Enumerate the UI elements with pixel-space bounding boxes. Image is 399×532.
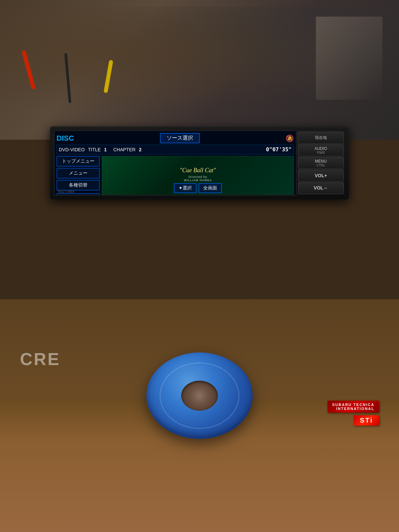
sti-sticker-area: SUBARU TECNICA INTERNATIONAL STi [328, 401, 379, 426]
video-director-name: WILLIAM HANNA [184, 179, 212, 182]
screen-top-bar: DISC ソース選択 🔕 [57, 133, 294, 143]
video-thumbnail: "Cue Ball Cat" Directed by WILLIAM HANNA… [102, 156, 294, 196]
screen-content: DISC ソース選択 🔕 DVD-VIDEO TITLE 1 CHAPTER 2… [55, 131, 296, 195]
ctrl-label: CTRL [317, 164, 325, 167]
screen-area: DISC ソース選択 🔕 DVD-VIDEO TITLE 1 CHAPTER 2… [54, 130, 297, 196]
menu-label: MENU [315, 159, 327, 164]
right-buttons: 現在地 AUDIO PWR MENU CTRL VOL+ VOL－ [297, 130, 345, 196]
vol-down-button[interactable]: VOL－ [298, 182, 344, 194]
video-director-label: Directed by [189, 175, 207, 179]
vol-up-button[interactable]: VOL+ [298, 170, 344, 182]
dvd-title-label: TITLE [88, 147, 101, 152]
tape-roll: TERAOKA [146, 352, 253, 439]
device-container: DISC ソース選択 🔕 DVD-VIDEO TITLE 1 CHAPTER 2… [47, 126, 352, 200]
notification-icon: 🔕 [286, 134, 294, 142]
audio-label: AUDIO [315, 146, 327, 151]
vol-plus-label: VOL+ [315, 173, 327, 178]
video-title: "Cue Ball Cat" [180, 167, 216, 174]
model-number: NSZT-W64 [58, 190, 74, 194]
subaru-line2: INTERNATIONAL [332, 407, 374, 411]
menu-button[interactable]: メニュー [57, 168, 100, 179]
dvd-chapter-label: CHAPTER [113, 147, 136, 152]
workshop-items [316, 17, 382, 100]
select-button[interactable]: ✦選択 [174, 183, 197, 193]
pwr-label: PWR [317, 151, 325, 155]
audio-settings-button[interactable]: ◄ 音設定 [57, 193, 100, 196]
menu-ctrl-button[interactable]: MENU CTRL [298, 157, 344, 169]
disc-label: DISC [57, 134, 74, 143]
fullscreen-button[interactable]: 全画面 [199, 183, 222, 193]
audio-pwr-button[interactable]: AUDIO PWR [298, 144, 344, 156]
switch-button[interactable]: 各種切替 [57, 180, 100, 191]
tape-inner [181, 381, 218, 411]
top-menu-button[interactable]: トップメニュー [57, 156, 100, 167]
source-select-button[interactable]: ソース選択 [160, 133, 200, 143]
cre-text: CRE [20, 349, 61, 369]
dvd-chapter-number: 2 [139, 147, 142, 152]
current-location-label: 現在地 [315, 135, 327, 141]
dvd-info-bar: DVD-VIDEO TITLE 1 CHAPTER 2 0"07'35" [57, 145, 294, 154]
sti-badge: STi [354, 415, 379, 426]
subaru-line1: SUBARU TECNICA [332, 403, 374, 407]
stereo-unit: DISC ソース選択 🔕 DVD-VIDEO TITLE 1 CHAPTER 2… [50, 126, 349, 200]
dvd-format-label: DVD-VIDEO [59, 147, 85, 152]
vol-minus-label: VOL－ [314, 185, 328, 191]
current-location-button[interactable]: 現在地 [298, 132, 344, 144]
tape-outer: TERAOKA [146, 352, 253, 439]
video-controls-row: ✦選択 全画面 [174, 183, 222, 193]
screen-main: トップメニュー メニュー 各種切替 ◄ 音設定 "Cue Ball Cat" D… [57, 156, 294, 196]
dvd-time-display: 0"07'35" [266, 146, 292, 153]
dvd-title-number: 1 [104, 147, 107, 152]
subaru-tecnica-label: SUBARU TECNICA INTERNATIONAL [328, 401, 379, 413]
